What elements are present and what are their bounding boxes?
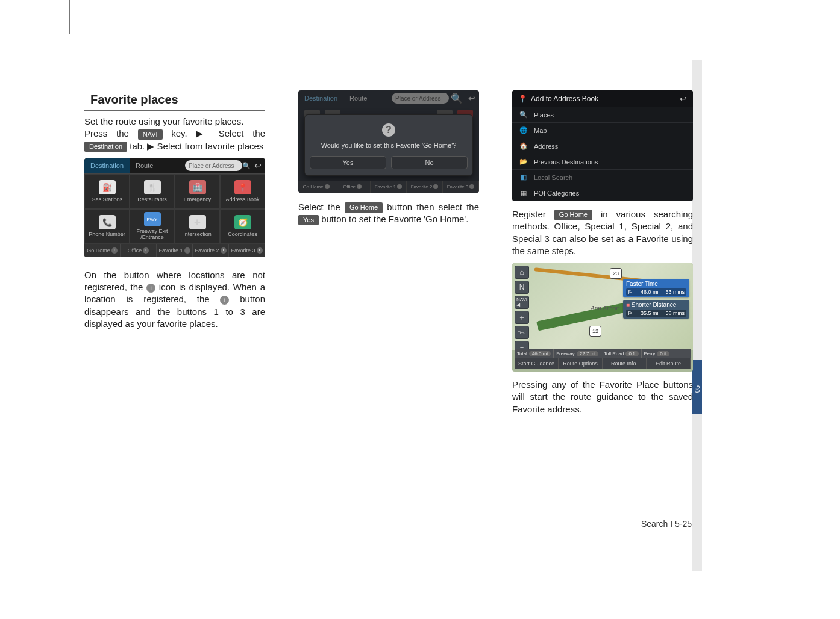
s1-tab-destination[interactable]: Destination: [84, 158, 130, 173]
s4-side-buttons: ⌂ N NAVI◀ ＋ Test －: [515, 266, 529, 354]
s1-fav-office[interactable]: Office+: [121, 244, 157, 257]
column-2: Destination Route Place or Address 🔍 ↩ ?…: [298, 90, 479, 415]
s4-opt-faster[interactable]: Faster Time 🏳46.0 mi53 mins: [623, 279, 689, 297]
s4-summary-bar: Total46.0 mi Freeway22.7 mi Toll Road0 f…: [515, 349, 691, 358]
s1-cell-freeway[interactable]: FWYFreeway Exit /Entrance: [130, 209, 175, 244]
gohome-button: Go Home: [554, 210, 592, 220]
s2-fav-office: Office+: [334, 181, 371, 193]
s4-sum-toll: Toll Road0 ft: [601, 349, 641, 358]
s4-scale-button[interactable]: Test: [515, 326, 529, 339]
pin-icon: 📍: [518, 95, 527, 103]
yes-button: Yes: [298, 215, 319, 225]
s3-item-previous[interactable]: 📂Previous Destinations: [512, 154, 693, 170]
s1-search-pill[interactable]: Place or Address: [185, 160, 242, 171]
s3-item-poi[interactable]: ▦POI Categories: [512, 185, 693, 201]
s4-city-label: Ann Arbor: [591, 304, 619, 311]
col1-paragraph-1: Set the route using your favorite places…: [84, 116, 265, 152]
s1-cell-emergency[interactable]: 🏥Emergency: [175, 174, 220, 209]
s3-back-icon[interactable]: ↩: [680, 94, 687, 104]
page-content: Favorite places Set the route using your…: [84, 90, 693, 415]
s2-fav-1: Favorite 1+: [371, 181, 407, 193]
s1-fav-3[interactable]: Favorite 3+: [229, 244, 265, 257]
s4-navi-audio-button[interactable]: NAVI◀: [515, 296, 529, 309]
s1-grid: ⛽Gas Stations 🍴Restaurants 🏥Emergency 📍A…: [84, 174, 265, 244]
s4-home-button[interactable]: ⌂: [515, 266, 529, 279]
s4-edit-route-button[interactable]: Edit Route: [647, 358, 691, 369]
col1-p1a: Set the route using your favorite places…: [84, 116, 243, 126]
plus-icon: +: [220, 296, 229, 305]
s1-cell-phone[interactable]: 📞Phone Number: [84, 209, 130, 244]
col1-p1b-post: tab. ▶ Select from favorite places: [130, 141, 263, 151]
search-icon: 🔍: [519, 111, 528, 119]
s1-back-icon[interactable]: ↩: [251, 161, 265, 170]
s3-item-map[interactable]: 🌐Map: [512, 123, 693, 138]
s4-zoom-in-button[interactable]: ＋: [515, 311, 529, 324]
col3-paragraph-2: Pressing any of the Favorite Place butto…: [512, 379, 693, 415]
gohome-button: Go Home: [345, 202, 383, 213]
s1-fav-row: Go Home+ Office+ Favorite 1+ Favorite 2+…: [84, 244, 265, 257]
col2-p1c: button to set the Favorite 'Go Home'.: [321, 214, 468, 224]
s4-route-options-button[interactable]: Route Options: [559, 358, 603, 369]
plus-icon: +: [111, 247, 118, 254]
s4-opt-shorter[interactable]: ■ Shorter Distance 🏳35.5 mi58 mins: [623, 300, 689, 319]
s1-cell-restaurants[interactable]: 🍴Restaurants: [130, 174, 175, 209]
s4-bottom-bar: Start Guidance Route Options Route Info.…: [515, 358, 691, 369]
s1-fav-gohome[interactable]: Go Home+: [84, 244, 121, 257]
section-tab-rail: 05: [692, 60, 702, 571]
globe-icon: 🌐: [519, 126, 528, 134]
home-icon: 🏠: [519, 142, 528, 150]
s2-fav-row: Go Home+ Office+ Favorite 1+ Favorite 2+…: [298, 181, 479, 193]
s4-sum-total: Total46.0 mi: [515, 349, 554, 358]
col2-p1a: Select the: [298, 202, 345, 212]
s1-fav-2[interactable]: Favorite 2+: [193, 244, 229, 257]
s2-fav-gohome: Go Home+: [298, 181, 334, 193]
s2-search-pill: Place or Address: [392, 93, 449, 104]
screenshot-confirm-dialog: Destination Route Place or Address 🔍 ↩ ?…: [298, 90, 479, 193]
s1-cell-gas[interactable]: ⛽Gas Stations: [84, 174, 130, 209]
plus-icon: +: [146, 284, 155, 293]
screenshot-destination-grid: Destination Route Place or Address 🔍 ↩ ⛽…: [84, 158, 265, 257]
s1-cell-addressbook[interactable]: 📍Address Book: [220, 174, 265, 209]
s3-item-places[interactable]: 🔍Places: [512, 107, 693, 123]
s1-cell-intersection[interactable]: ✚Intersection: [175, 209, 220, 244]
s3-header: 📍 Add to Address Book ↩: [512, 90, 693, 107]
local-search-icon: ◧: [519, 173, 528, 181]
folder-icon: 📂: [519, 158, 528, 166]
s4-sum-freeway: Freeway22.7 mi: [554, 349, 601, 358]
grid-icon: ▦: [519, 189, 528, 197]
plus-icon: +: [257, 247, 263, 254]
s2-magnifier-icon: 🔍: [451, 93, 463, 104]
col2-p1b: button then select the: [387, 202, 479, 212]
s2-no-button[interactable]: No: [391, 156, 468, 169]
s4-route-options: Faster Time 🏳46.0 mi53 mins ■ Shorter Di…: [623, 279, 689, 319]
s4-north-button[interactable]: N: [515, 281, 529, 294]
crop-mark-v: [69, 0, 70, 34]
col3-paragraph-1: Register Go Home in various searching me…: [512, 208, 693, 257]
flag-icon: 🏳: [628, 310, 633, 316]
s1-cell-coordinates[interactable]: 🧭Coordinates: [220, 209, 265, 244]
s4-start-guidance-button[interactable]: Start Guidance: [515, 358, 559, 369]
s4-sum-ferry: Ferry0 ft: [642, 349, 673, 358]
s2-header: Destination Route Place or Address 🔍 ↩: [298, 90, 479, 106]
s1-tab-route[interactable]: Route: [130, 158, 159, 173]
s3-item-local-search[interactable]: ◧Local Search: [512, 170, 693, 185]
s2-yes-button[interactable]: Yes: [310, 156, 386, 169]
plus-icon: +: [143, 247, 149, 254]
s2-tab-destination: Destination: [298, 95, 343, 102]
s2-buttons: Yes No: [310, 156, 468, 169]
s1-magnifier-icon[interactable]: 🔍: [242, 162, 251, 170]
s2-back-icon: ↩: [465, 93, 479, 103]
destination-tab-button: Destination: [84, 142, 127, 152]
crop-mark-h: [0, 34, 69, 34]
section-heading: Favorite places: [84, 90, 265, 111]
s2-fav-3: Favorite 3+: [443, 181, 479, 193]
s2-tab-route: Route: [343, 95, 373, 102]
s1-fav-1[interactable]: Favorite 1+: [157, 244, 193, 257]
col1-paragraph-2: On the button where locations are not re…: [84, 269, 265, 330]
section-tab-number: 05: [694, 384, 701, 394]
s2-message: Would you like to set this Favorite 'Go …: [310, 142, 468, 149]
s3-title: Add to Address Book: [531, 95, 598, 103]
col1-p1b-mid: key. ▶ Select the: [171, 128, 265, 138]
s3-item-address[interactable]: 🏠Address: [512, 138, 693, 154]
s4-route-info-button[interactable]: Route Info.: [603, 358, 647, 369]
